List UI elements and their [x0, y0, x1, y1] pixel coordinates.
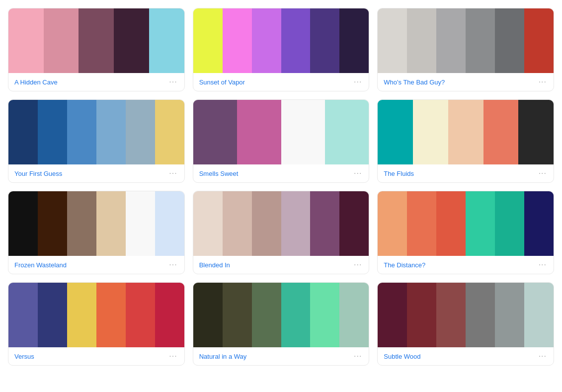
- color-swatch: [524, 283, 554, 347]
- more-options-button[interactable]: ···: [168, 352, 178, 360]
- color-swatch: [448, 100, 483, 164]
- color-swatch: [407, 191, 436, 256]
- card-footer: Frozen Wasteland···: [8, 256, 184, 274]
- color-swatch: [38, 283, 67, 347]
- color-swatch: [155, 100, 184, 164]
- palette-swatches: [8, 8, 184, 73]
- more-options-button[interactable]: ···: [538, 261, 548, 269]
- color-swatch: [310, 8, 339, 73]
- color-swatch: [281, 100, 325, 164]
- card-footer: Blended In···: [193, 256, 369, 274]
- palette-title[interactable]: The Fluids: [384, 170, 414, 177]
- palette-card-the-fluids: The Fluids···: [377, 99, 554, 183]
- color-swatch: [378, 191, 407, 256]
- palette-swatches: [378, 283, 554, 347]
- more-options-button[interactable]: ···: [538, 352, 548, 360]
- color-swatch: [223, 191, 252, 256]
- palette-card-a-hidden-cave: A Hidden Cave···: [8, 8, 185, 91]
- palette-card-smells-sweet: Smells Sweet···: [193, 99, 370, 183]
- palette-swatches: [8, 283, 184, 347]
- color-swatch: [252, 191, 281, 256]
- palette-title[interactable]: Natural in a Way: [199, 353, 247, 360]
- color-swatch: [339, 283, 369, 347]
- color-swatch: [96, 191, 126, 256]
- palette-title[interactable]: Who's The Bad Guy?: [384, 78, 445, 86]
- palette-title[interactable]: Your First Guess: [14, 170, 62, 177]
- color-swatch: [483, 100, 519, 164]
- palette-title[interactable]: Blended In: [199, 261, 230, 269]
- color-swatch: [8, 100, 38, 164]
- palette-card-frozen-wasteland: Frozen Wasteland···: [8, 191, 185, 274]
- color-swatch: [96, 283, 126, 347]
- palette-swatches: [8, 191, 184, 256]
- card-footer: A Hidden Cave···: [8, 73, 184, 91]
- palette-card-your-first-guess: Your First Guess···: [8, 99, 185, 183]
- more-options-button[interactable]: ···: [353, 78, 363, 86]
- color-swatch: [281, 283, 311, 347]
- color-swatch: [223, 8, 252, 73]
- color-swatch: [252, 283, 281, 347]
- color-swatch: [339, 8, 369, 73]
- palette-title[interactable]: The Distance?: [384, 261, 425, 269]
- color-swatch: [67, 283, 96, 347]
- palette-card-versus: Versus···: [8, 282, 185, 366]
- color-swatch: [223, 283, 252, 347]
- color-swatch: [310, 191, 339, 256]
- color-swatch: [193, 100, 237, 164]
- palette-title[interactable]: Versus: [14, 353, 34, 360]
- color-swatch: [495, 8, 524, 73]
- color-swatch: [237, 100, 281, 164]
- palette-title[interactable]: Smells Sweet: [199, 170, 239, 177]
- color-swatch: [155, 191, 184, 256]
- more-options-button[interactable]: ···: [353, 169, 363, 177]
- palette-card-natural-in-a-way: Natural in a Way···: [193, 282, 370, 366]
- color-swatch: [436, 283, 466, 347]
- palette-swatches: [193, 100, 369, 164]
- color-swatch: [44, 8, 79, 73]
- color-swatch: [38, 100, 67, 164]
- color-swatch: [8, 8, 44, 73]
- palette-card-sunset-of-vapor: Sunset of Vapor···: [193, 8, 370, 91]
- card-footer: The Distance?···: [378, 256, 554, 274]
- palette-grid: A Hidden Cave···Sunset of Vapor···Who's …: [8, 8, 554, 366]
- color-swatch: [193, 191, 223, 256]
- card-footer: Your First Guess···: [8, 164, 184, 182]
- color-swatch: [436, 191, 466, 256]
- color-swatch: [495, 191, 524, 256]
- color-swatch: [436, 8, 466, 73]
- more-options-button[interactable]: ···: [538, 78, 548, 86]
- more-options-button[interactable]: ···: [168, 78, 178, 86]
- palette-card-blended-in: Blended In···: [193, 191, 370, 274]
- palette-swatches: [193, 283, 369, 347]
- palette-card-the-distance: The Distance?···: [377, 191, 554, 274]
- color-swatch: [252, 8, 281, 73]
- color-swatch: [126, 191, 155, 256]
- card-footer: Versus···: [8, 347, 184, 365]
- more-options-button[interactable]: ···: [168, 169, 178, 177]
- color-swatch: [466, 8, 495, 73]
- color-swatch: [325, 100, 369, 164]
- more-options-button[interactable]: ···: [353, 352, 363, 360]
- color-swatch: [38, 191, 67, 256]
- palette-title[interactable]: A Hidden Cave: [14, 78, 58, 86]
- color-swatch: [524, 8, 554, 73]
- palette-title[interactable]: Subtle Wood: [384, 353, 420, 360]
- color-swatch: [310, 283, 339, 347]
- card-footer: Sunset of Vapor···: [193, 73, 369, 91]
- color-swatch: [67, 191, 96, 256]
- color-swatch: [466, 283, 495, 347]
- color-swatch: [149, 8, 184, 73]
- palette-title[interactable]: Sunset of Vapor: [199, 78, 245, 86]
- more-options-button[interactable]: ···: [168, 261, 178, 269]
- color-swatch: [155, 283, 184, 347]
- palette-swatches: [8, 100, 184, 164]
- color-swatch: [79, 8, 114, 73]
- more-options-button[interactable]: ···: [353, 261, 363, 269]
- color-swatch: [378, 8, 407, 73]
- palette-swatches: [378, 100, 554, 164]
- color-swatch: [67, 100, 96, 164]
- color-swatch: [193, 283, 223, 347]
- palette-title[interactable]: Frozen Wasteland: [14, 261, 67, 269]
- more-options-button[interactable]: ···: [538, 169, 548, 177]
- color-swatch: [96, 100, 126, 164]
